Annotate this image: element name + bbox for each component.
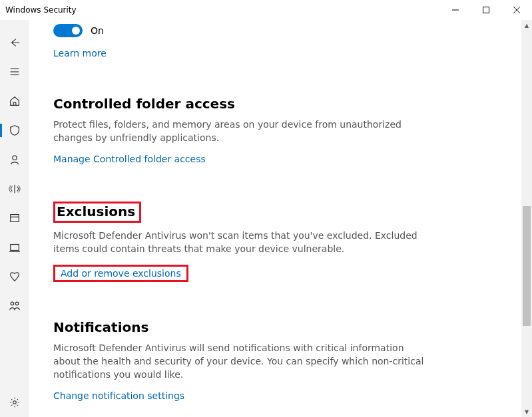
manage-controlled-folder-link[interactable]: Manage Controlled folder access bbox=[53, 154, 206, 164]
svg-rect-9 bbox=[11, 215, 19, 222]
scrollbar[interactable]: ▲ ▼ bbox=[521, 20, 532, 417]
exclusions-title: Exclusions bbox=[57, 204, 135, 219]
window-controls bbox=[440, 0, 532, 20]
scroll-up-arrow[interactable]: ▲ bbox=[521, 20, 532, 31]
scroll-down-arrow[interactable]: ▼ bbox=[521, 406, 532, 417]
sidebar-item-device-performance[interactable] bbox=[0, 262, 29, 291]
sidebar-item-firewall[interactable] bbox=[0, 174, 29, 204]
sidebar-item-virus-protection[interactable] bbox=[0, 116, 29, 145]
sidebar-item-family-options[interactable] bbox=[0, 291, 29, 321]
toggle-switch[interactable] bbox=[53, 24, 83, 37]
scrollbar-thumb[interactable] bbox=[523, 206, 531, 326]
controlled-folder-desc: Protect files, folders, and memory areas… bbox=[53, 118, 426, 144]
sidebar-item-home[interactable] bbox=[0, 86, 29, 116]
main-content: On Learn more Controlled folder access P… bbox=[29, 20, 532, 417]
sidebar-item-settings[interactable] bbox=[0, 388, 29, 417]
sidebar-item-device-security[interactable] bbox=[0, 233, 29, 262]
svg-point-7 bbox=[13, 156, 17, 160]
menu-button[interactable] bbox=[0, 57, 29, 86]
titlebar: Windows Security bbox=[0, 0, 532, 20]
add-remove-exclusions-link[interactable]: Add or remove exclusions bbox=[61, 268, 181, 279]
controlled-folder-title: Controlled folder access bbox=[53, 96, 519, 112]
sidebar-item-app-browser[interactable] bbox=[0, 204, 29, 233]
minimize-button[interactable] bbox=[440, 0, 471, 20]
sidebar-item-account-protection[interactable] bbox=[0, 145, 29, 174]
maximize-button[interactable] bbox=[471, 0, 501, 20]
exclusions-desc: Microsoft Defender Antivirus won't scan … bbox=[53, 229, 426, 255]
learn-more-link[interactable]: Learn more bbox=[53, 48, 107, 59]
svg-rect-1 bbox=[483, 7, 489, 13]
svg-point-13 bbox=[11, 302, 14, 305]
exclusions-link-highlight: Add or remove exclusions bbox=[53, 265, 188, 282]
svg-point-14 bbox=[15, 302, 19, 305]
change-notification-settings-link[interactable]: Change notification settings bbox=[53, 390, 184, 401]
svg-rect-11 bbox=[11, 245, 19, 251]
sidebar bbox=[0, 20, 29, 417]
notifications-desc: Microsoft Defender Antivirus will send n… bbox=[53, 342, 426, 381]
back-button[interactable] bbox=[0, 28, 29, 57]
svg-point-15 bbox=[13, 401, 17, 404]
notifications-title: Notifications bbox=[53, 319, 519, 335]
exclusions-highlight: Exclusions bbox=[53, 202, 141, 223]
close-button[interactable] bbox=[501, 0, 532, 20]
toggle-label: On bbox=[91, 25, 104, 36]
window-title: Windows Security bbox=[5, 5, 77, 15]
